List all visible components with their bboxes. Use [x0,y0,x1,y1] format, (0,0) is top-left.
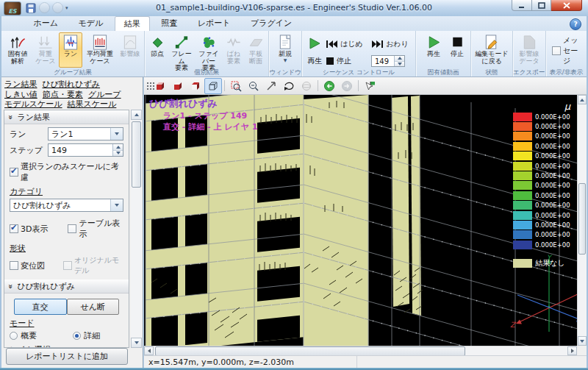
view-3d-checkbox[interactable] [10,224,18,233]
fiber-element-button[interactable]: ファイバー 要素 [195,32,223,68]
color-legend: μ 0.000E+000.000E+000.000E+000.000E+000.… [513,101,575,268]
view-cube-top-icon[interactable] [169,78,187,94]
select-flag-icon[interactable] [361,78,379,94]
table-view-checkbox[interactable] [68,224,76,233]
save-icon[interactable] [25,2,37,13]
close-button[interactable] [551,0,582,11]
dropdown-arrow-icon[interactable] [110,199,123,211]
qat-dropdown-icon[interactable]: ▾ [65,5,68,11]
scroll-right-icon[interactable] [567,346,577,355]
run-select[interactable]: ラン1 [48,127,123,140]
viewport-vertical-scrollbar[interactable] [577,95,587,346]
table-view-row[interactable]: テーブル表示 [68,218,123,240]
axis-z-label: Z [510,321,517,329]
step-spinner-arrows[interactable] [112,144,123,156]
legend-no-result-row: 結果なし [513,258,575,268]
return-edit-mode-button[interactable]: 編集モード に戻る [473,32,511,68]
rotate-view-icon[interactable] [280,78,298,94]
tab-plugin[interactable]: プラグイン [242,16,301,30]
eigen-stop-button[interactable]: 停止 [445,32,469,68]
nav-link-result-scale[interactable]: 結果スケール [68,99,117,109]
legend-entry: 0.000E+00 [513,210,575,220]
scroll-down-icon[interactable] [131,338,142,348]
mode-overview-row[interactable]: 概要 [10,330,73,341]
scrollbar-thumb[interactable] [155,346,465,356]
zoom-window-icon[interactable] [227,78,245,94]
new-window-button[interactable]: 新規 ▼ [270,32,300,68]
section-header-crack-strain[interactable]: » ひび割れひずみ [4,280,129,293]
sequence-end-button[interactable]: おわり [371,39,409,49]
ribbon-group-state: 編集モード に戻る 状態 [471,31,513,77]
only-selected-run-row[interactable]: 選択ランのみスケールに考慮 [10,161,123,183]
minimize-button[interactable] [512,0,532,11]
nav-link-crack-strain[interactable]: ひび割れひずみ [43,79,101,89]
eigenvalue-analysis-button[interactable]: 固有値 解析 [3,32,32,68]
dropdown-arrow-icon[interactable] [110,128,123,140]
category-select[interactable]: ひび割れひずみ [10,199,123,212]
scroll-left-icon[interactable] [144,346,154,355]
orthogonal-button[interactable]: 直交 [14,299,67,315]
panel-scrollbar[interactable] [131,110,142,348]
overview-radio[interactable] [10,332,18,340]
redo-icon[interactable] [52,2,63,13]
undo-icon[interactable] [39,2,50,13]
tab-home[interactable]: ホーム [25,16,68,30]
message-checkbox-row[interactable]: メッセージ [552,35,582,66]
only-selected-run-checkbox[interactable] [10,168,18,177]
step-spinner-arrows[interactable] [394,56,404,66]
sequence-step-input[interactable]: 149 [371,55,405,67]
ribbon-group-sequence-control: はじめ おわり 再生 停止 149 シーケンス コントロール [302,31,416,77]
step-label: ステップ [10,145,48,156]
help-icon[interactable]: ? [570,18,581,30]
sequence-play-icon[interactable] [308,37,321,52]
frame-element-button[interactable]: フレーム 要素 [168,32,195,68]
3d-canvas[interactable]: Z X Y ひび割れひずみ ラン1 - ステップ 149 直交 - 詳細 - 上… [144,95,577,346]
sequence-begin-button[interactable]: はじめ [326,39,363,49]
zoom-out-icon[interactable] [245,78,262,94]
viewport-horizontal-scrollbar[interactable] [144,346,577,355]
scrollbar-thumb[interactable] [132,121,141,188]
displacement-row[interactable]: 変位図 [10,260,63,271]
toolbar-grip-icon[interactable] [147,82,148,90]
nav-link-run-results[interactable]: ラン結果 [4,79,37,89]
add-to-report-list-button[interactable]: レポートリストに追加 [6,348,128,365]
view-cube-front-icon[interactable] [187,78,204,94]
nav-link-threshold[interactable]: しきい値 [4,90,37,99]
tab-model[interactable]: モデル [70,16,112,30]
average-load-case-button[interactable]: 平均荷重 ケース [82,32,118,68]
scroll-up-icon[interactable] [578,95,587,104]
scrollbar-thumb[interactable] [578,183,586,255]
nav-link-model-scale[interactable]: モデルスケール [4,99,62,109]
app-logo-icon[interactable]: ES [4,1,21,15]
nav-link-node-element[interactable]: 節点・要素 [43,90,83,99]
tab-report[interactable]: レポート [189,16,240,30]
legend-value: 0.000E+00 [535,123,570,130]
view-cube-iso-icon[interactable] [151,78,169,94]
shear-button[interactable]: せん断 [67,299,120,315]
scroll-down-icon[interactable] [578,336,587,346]
run-button[interactable]: ラン [59,32,82,68]
mode-detail-row[interactable]: 詳細 [73,330,100,341]
detail-radio[interactable] [73,332,81,340]
tab-results[interactable]: 結果 [115,16,150,32]
view-cube-wireframe-icon[interactable] [204,78,222,94]
sequence-stop-button[interactable]: 停止 [326,56,351,66]
legend-entry: 0.000E+00 [513,112,575,121]
ribbon-group-export: 影響線 データ エクスポート [513,31,546,77]
eigen-play-button[interactable]: 再生 [422,32,445,68]
scroll-up-icon[interactable] [131,110,142,120]
panel-nav-links: ラン結果ひび割れひずみしきい値節点・要素グループモデルスケール結果スケール [1,77,143,110]
node-button[interactable]: 節点 [146,32,168,68]
legend-entry: 0.000E+00 [513,152,575,161]
step-input[interactable]: 149 [48,143,123,157]
maximize-button[interactable] [532,0,551,11]
message-checkbox[interactable] [552,46,561,55]
view-3d-row[interactable]: 3D表示 [10,224,68,235]
displacement-checkbox[interactable] [10,261,18,270]
pan-icon[interactable] [262,78,280,94]
ribbon-group-window: 新規 ▼ ウィンドウ [269,31,302,77]
view-back-icon[interactable] [320,78,338,94]
section-header-run-results[interactable]: » ラン結果 [4,110,129,124]
nav-link-group[interactable]: グループ [88,90,121,99]
tab-verification[interactable]: 照査 [152,16,186,30]
